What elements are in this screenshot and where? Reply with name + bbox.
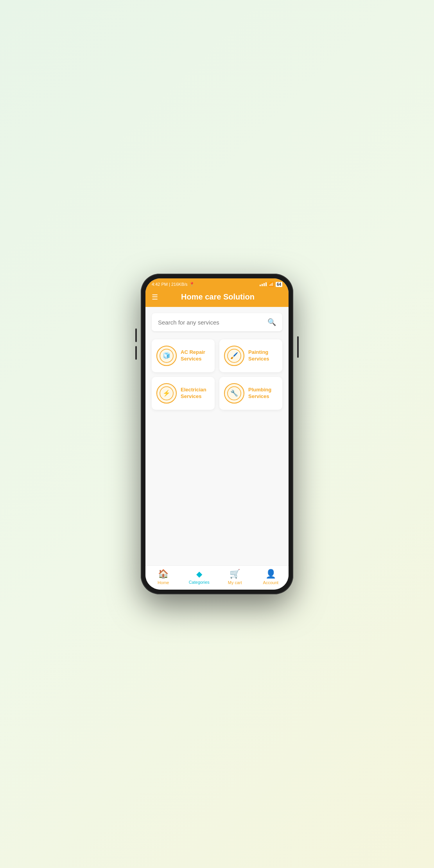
service-card-painting[interactable]: 🖌️ Painting Services bbox=[219, 339, 282, 372]
svg-text:⚡: ⚡ bbox=[163, 389, 170, 397]
service-card-ac-repair[interactable]: 🧊 AC Repair Services bbox=[152, 339, 215, 372]
nav-home[interactable]: 🏠 Home bbox=[145, 569, 181, 585]
account-icon: 👤 bbox=[265, 569, 276, 579]
app-header: ☰ Home care Solution bbox=[145, 289, 289, 307]
painting-label: Painting Services bbox=[248, 349, 278, 362]
nav-cart-label: My cart bbox=[228, 580, 242, 585]
nav-mycart[interactable]: 🛒 My cart bbox=[217, 569, 253, 585]
status-time: 4:42 PM | 216KB/s 📍 bbox=[152, 282, 195, 287]
nav-account-label: Account bbox=[263, 580, 278, 585]
search-bar[interactable]: 🔍 bbox=[152, 313, 282, 332]
svg-text:🧊: 🧊 bbox=[163, 352, 170, 359]
plumbing-label: Plumbing Services bbox=[248, 387, 278, 400]
search-input[interactable] bbox=[158, 319, 267, 326]
service-card-plumbing[interactable]: 🔧 Plumbing Services bbox=[219, 377, 282, 410]
status-indicators: 📶 64 bbox=[260, 282, 282, 287]
services-grid: 🧊 AC Repair Services 🖌️ Painting Service… bbox=[152, 339, 282, 410]
home-icon: 🏠 bbox=[158, 569, 169, 579]
main-content: 🔍 🧊 AC Repair Services bbox=[145, 307, 289, 565]
bottom-navigation: 🏠 Home ◆ Categories 🛒 My cart 👤 Account bbox=[145, 565, 289, 590]
nav-categories-label: Categories bbox=[189, 580, 210, 585]
nav-home-label: Home bbox=[158, 580, 169, 585]
painting-icon: 🖌️ bbox=[224, 346, 244, 366]
cart-icon: 🛒 bbox=[230, 569, 240, 579]
plumbing-icon: 🔧 bbox=[224, 383, 244, 404]
phone-frame: 4:42 PM | 216KB/s 📍 📶 64 ☰ bbox=[141, 274, 293, 594]
status-bar: 4:42 PM | 216KB/s 📍 📶 64 bbox=[145, 278, 289, 289]
phone-screen: 4:42 PM | 216KB/s 📍 📶 64 ☰ bbox=[145, 278, 289, 590]
svg-text:🔧: 🔧 bbox=[230, 389, 238, 397]
menu-button[interactable]: ☰ bbox=[152, 294, 158, 301]
service-card-electrician[interactable]: ⚡ Electrician Services bbox=[152, 377, 215, 410]
categories-icon: ◆ bbox=[196, 569, 202, 579]
ac-repair-label: AC Repair Services bbox=[181, 349, 210, 362]
wifi-icon: 📶 bbox=[268, 282, 274, 287]
nav-account[interactable]: 👤 Account bbox=[253, 569, 289, 585]
signal-icon bbox=[260, 282, 267, 286]
battery-indicator: 64 bbox=[276, 282, 282, 287]
nav-categories[interactable]: ◆ Categories bbox=[181, 569, 217, 585]
location-icon: 📍 bbox=[189, 282, 195, 287]
electrician-label: Electrician Services bbox=[181, 387, 210, 400]
app-title: Home care Solution bbox=[163, 292, 282, 301]
svg-text:🖌️: 🖌️ bbox=[230, 352, 238, 359]
search-icon[interactable]: 🔍 bbox=[267, 318, 276, 326]
ac-repair-icon: 🧊 bbox=[156, 346, 177, 366]
electrician-icon: ⚡ bbox=[156, 383, 177, 404]
